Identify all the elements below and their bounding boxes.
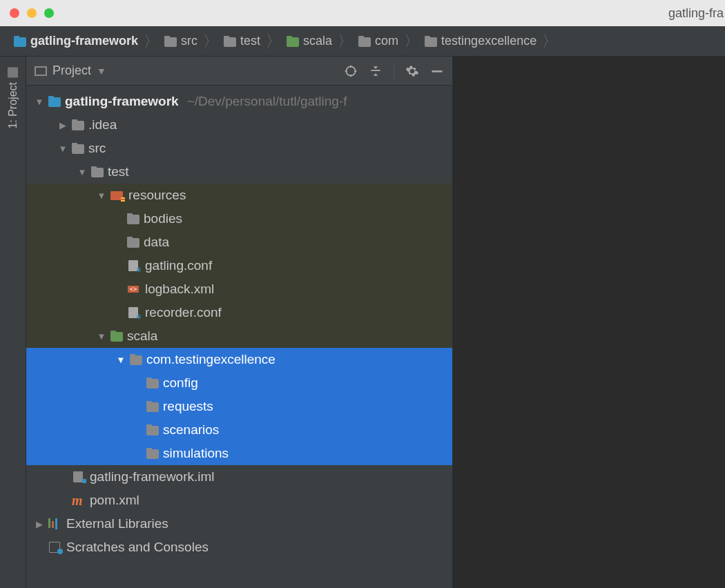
breadcrumb-label: gatling-framework xyxy=(30,34,138,48)
chevron-right-icon[interactable] xyxy=(35,519,44,529)
tree-node-external-libraries[interactable]: External Libraries xyxy=(26,512,452,536)
chevron-down-icon[interactable] xyxy=(97,331,106,342)
chevron-right-icon: 〉 xyxy=(203,34,218,49)
breadcrumb-item-testingexcellence[interactable]: testingexcellence xyxy=(422,34,539,48)
breadcrumb-item-com[interactable]: com xyxy=(356,34,401,48)
tree-label: gatling-framework xyxy=(65,94,179,109)
chevron-down-icon[interactable] xyxy=(58,144,68,154)
tree-label: External Libraries xyxy=(66,516,168,531)
folder-icon xyxy=(48,97,61,106)
panel-title[interactable]: Project xyxy=(52,63,91,78)
tree-node-config[interactable]: config xyxy=(26,371,452,395)
chevron-right-icon: 〉 xyxy=(404,34,419,49)
tree-node-data[interactable]: data xyxy=(26,231,452,254)
tree-node-bodies[interactable]: bodies xyxy=(26,207,452,231)
folder-icon xyxy=(91,167,104,177)
tree-node-simulations[interactable]: simulations xyxy=(26,442,452,465)
window-title: gatling-fra xyxy=(61,6,725,21)
breadcrumb-label: scala xyxy=(303,34,332,48)
tree-label: gatling.conf xyxy=(145,258,212,273)
project-tree[interactable]: gatling-framework ~/Dev/personal/tutl/ga… xyxy=(26,86,452,563)
tree-label: bodies xyxy=(144,211,182,226)
folder-icon xyxy=(72,120,84,130)
tree-node-test[interactable]: test xyxy=(26,160,452,184)
tree-label: resources xyxy=(128,188,186,203)
tree-label: Scratches and Consoles xyxy=(66,540,209,555)
folder-icon xyxy=(146,378,159,388)
tree-label: src xyxy=(88,141,106,156)
tree-node-requests[interactable]: requests xyxy=(26,395,452,418)
tree-node-scenarios[interactable]: scenarios xyxy=(26,418,452,442)
tree-node-pom[interactable]: m pom.xml xyxy=(26,489,452,512)
chevron-down-icon[interactable] xyxy=(116,355,126,365)
window-maximize-button[interactable] xyxy=(44,8,54,18)
chevron-right-icon: 〉 xyxy=(542,34,557,49)
tree-label: pom.xml xyxy=(90,493,139,508)
tree-node-resources[interactable]: resources xyxy=(26,184,452,207)
tree-node-scala[interactable]: scala xyxy=(26,324,452,348)
maven-file-icon: m xyxy=(72,495,86,506)
window-minimize-button[interactable] xyxy=(27,8,37,18)
tree-label: test xyxy=(108,164,129,179)
folder-icon xyxy=(14,37,26,46)
panel-header: Project ▼ xyxy=(26,57,452,86)
tree-node-root[interactable]: gatling-framework ~/Dev/personal/tutl/ga… xyxy=(26,90,452,113)
conf-file-icon xyxy=(127,307,141,318)
tree-node-logback-xml[interactable]: logback.xml xyxy=(26,277,452,301)
chevron-right-icon: 〉 xyxy=(144,34,159,49)
svg-rect-5 xyxy=(432,70,443,72)
libraries-icon xyxy=(48,518,62,529)
folder-icon xyxy=(425,37,437,46)
folder-icon xyxy=(358,37,371,46)
window-close-button[interactable] xyxy=(10,8,19,18)
tree-node-idea[interactable]: .idea xyxy=(26,113,452,137)
breadcrumb-label: src xyxy=(181,34,197,48)
iml-file-icon xyxy=(72,471,86,482)
breadcrumb: gatling-framework 〉 src 〉 test 〉 scala 〉… xyxy=(0,26,725,57)
chevron-right-icon: 〉 xyxy=(338,34,353,49)
folder-icon xyxy=(224,37,236,46)
gear-icon[interactable] xyxy=(405,64,419,78)
chevron-down-icon[interactable] xyxy=(77,167,87,177)
breadcrumb-item-scala[interactable]: scala xyxy=(284,34,335,48)
tree-node-gatling-conf[interactable]: gatling.conf xyxy=(26,254,452,277)
tree-node-iml[interactable]: gatling-framework.iml xyxy=(26,465,452,489)
tool-tab-project[interactable]: 1: Project xyxy=(4,61,22,136)
breadcrumb-item-root[interactable]: gatling-framework xyxy=(11,34,141,48)
tool-stripe-left: 1: Project xyxy=(0,57,26,588)
tree-label: requests xyxy=(163,399,213,414)
folder-icon xyxy=(287,37,299,46)
tree-label: .idea xyxy=(88,117,117,133)
tree-node-package[interactable]: com.testingexcellence xyxy=(26,348,452,371)
chevron-down-icon[interactable] xyxy=(35,97,44,107)
tree-node-src[interactable]: src xyxy=(26,137,452,160)
svg-point-0 xyxy=(346,66,355,75)
resources-folder-icon xyxy=(110,190,124,201)
tree-hint: ~/Dev/personal/tutl/gatling-f xyxy=(187,94,347,109)
chevron-right-icon: 〉 xyxy=(266,34,281,49)
tree-label: recorder.conf xyxy=(145,305,222,320)
folder-icon xyxy=(127,237,139,247)
breadcrumb-item-test[interactable]: test xyxy=(221,34,263,48)
folder-icon xyxy=(146,402,159,411)
target-icon[interactable] xyxy=(344,64,358,78)
tree-label: scenarios xyxy=(163,422,219,438)
chevron-right-icon[interactable] xyxy=(58,120,68,130)
tree-node-recorder-conf[interactable]: recorder.conf xyxy=(26,301,452,324)
hide-icon[interactable] xyxy=(430,64,444,78)
tree-label: com.testingexcellence xyxy=(146,352,276,367)
collapse-all-icon[interactable] xyxy=(369,64,383,78)
tree-label: data xyxy=(144,235,169,250)
titlebar: gatling-fra xyxy=(0,0,725,26)
tree-node-scratches[interactable]: Scratches and Consoles xyxy=(26,536,452,559)
editor-area xyxy=(453,57,725,588)
divider xyxy=(394,63,394,79)
chevron-down-icon[interactable]: ▼ xyxy=(97,66,106,77)
breadcrumb-item-src[interactable]: src xyxy=(162,34,200,48)
tree-label: config xyxy=(163,375,198,391)
breadcrumb-label: testingexcellence xyxy=(441,34,536,48)
folder-icon xyxy=(164,37,177,46)
chevron-down-icon[interactable] xyxy=(97,190,106,201)
scratch-icon xyxy=(48,542,62,553)
folder-icon xyxy=(110,331,123,341)
